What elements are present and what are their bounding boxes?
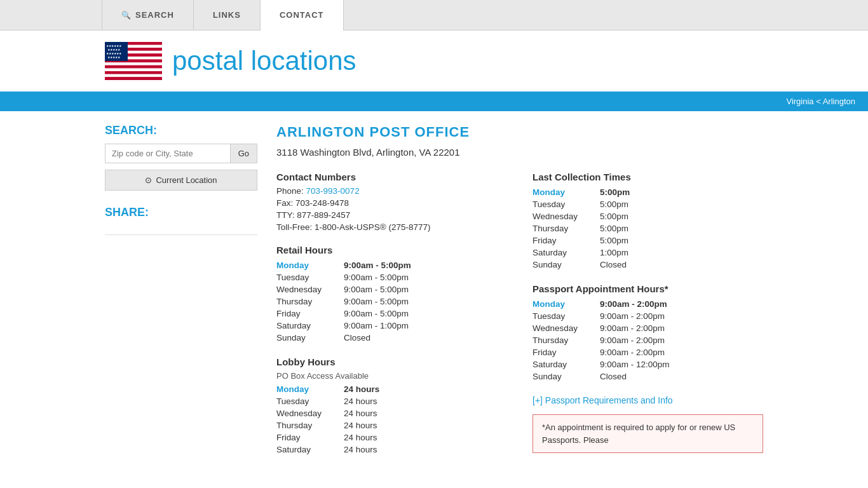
day-label: Monday: [276, 261, 334, 270]
lobby-hours-section: Lobby Hours PO Box Access Available Mond…: [276, 356, 507, 456]
day-label: Sunday: [276, 333, 334, 342]
time-value: Closed: [344, 333, 370, 342]
fax-label: Fax:: [276, 198, 293, 208]
search-box: Go: [105, 144, 257, 163]
collection-title: Last Collection Times: [532, 172, 763, 182]
retail-hours-rows: Monday9:00am - 5:00pmTuesday9:00am - 5:0…: [276, 259, 507, 344]
tollfree-row: Toll-Free: 1-800-Ask-USPS® (275-8777): [276, 222, 507, 232]
info-left: Contact Numbers Phone: 703-993-0072 Fax:…: [276, 172, 507, 468]
day-label: Saturday: [276, 321, 334, 330]
lobby-hours-rows: Monday24 hoursTuesday24 hoursWednesday24…: [276, 383, 507, 456]
day-label: Thursday: [532, 336, 590, 345]
time-value: 9:00am - 12:00pm: [600, 360, 670, 369]
fax-row: Fax: 703-248-9478: [276, 198, 507, 208]
time-value: 24 hours: [344, 409, 377, 418]
search-input[interactable]: [105, 144, 231, 163]
current-location-button[interactable]: ⊙ Current Location: [105, 170, 257, 191]
fax-value: 703-248-9478: [295, 198, 349, 208]
table-row: Wednesday9:00am - 5:00pm: [276, 283, 507, 295]
table-row: Saturday9:00am - 1:00pm: [276, 320, 507, 332]
time-value: 1:00pm: [600, 248, 628, 257]
time-value: 24 hours: [344, 396, 377, 406]
table-row: Tuesday9:00am - 5:00pm: [276, 271, 507, 283]
time-value: 24 hours: [344, 421, 377, 430]
table-row: Tuesday9:00am - 2:00pm: [532, 310, 763, 322]
day-label: Friday: [532, 348, 590, 357]
tty-row: TTY: 877-889-2457: [276, 210, 507, 220]
share-section-title: SHARE:: [105, 206, 257, 219]
time-value: 9:00am - 2:00pm: [600, 336, 665, 345]
time-value: 9:00am - 1:00pm: [344, 321, 409, 330]
time-value: Closed: [600, 260, 627, 269]
time-value: 9:00am - 5:00pm: [344, 261, 411, 270]
nav-search[interactable]: 🔍 SEARCH: [102, 0, 194, 30]
day-label: Saturday: [532, 248, 590, 257]
nav-contact[interactable]: CONTACT: [261, 0, 344, 30]
search-icon: 🔍: [121, 11, 132, 20]
day-label: Tuesday: [532, 311, 590, 321]
phone-link[interactable]: 703-993-0072: [306, 186, 360, 196]
time-value: Closed: [600, 372, 627, 381]
time-value: 5:00pm: [600, 236, 628, 245]
day-label: Tuesday: [276, 396, 334, 406]
current-location-label: Current Location: [156, 175, 217, 185]
tollfree-label: Toll-Free:: [276, 222, 312, 232]
contact-title: Contact Numbers: [276, 172, 507, 182]
table-row: Wednesday9:00am - 2:00pm: [532, 322, 763, 334]
page-title: ARLINGTON POST OFFICE: [276, 124, 763, 140]
day-label: Wednesday: [532, 323, 590, 333]
sidebar-divider: [105, 234, 257, 235]
phone-label: Phone:: [276, 186, 304, 196]
day-label: Saturday: [276, 445, 334, 454]
top-nav: 🔍 SEARCH LINKS CONTACT: [0, 0, 868, 30]
table-row: Friday24 hours: [276, 431, 507, 444]
day-label: Saturday: [532, 360, 590, 369]
tty-label: TTY:: [276, 210, 295, 220]
contact-section: Contact Numbers Phone: 703-993-0072 Fax:…: [276, 172, 507, 232]
table-row: SundayClosed: [532, 370, 763, 383]
time-value: 24 hours: [344, 433, 377, 442]
passport-section: Passport Appointment Hours* Monday9:00am…: [532, 283, 763, 383]
phone-row: Phone: 703-993-0072: [276, 186, 507, 196]
passport-notice-text: *An appointment is required to apply for…: [542, 423, 735, 445]
passport-notice: *An appointment is required to apply for…: [532, 414, 763, 453]
svg-rect-9: [105, 68, 162, 71]
table-row: Wednesday5:00pm: [532, 210, 763, 222]
day-label: Friday: [276, 309, 334, 318]
table-row: SundayClosed: [532, 259, 763, 271]
day-label: Wednesday: [276, 409, 334, 418]
location-icon: ⊙: [145, 175, 152, 185]
office-address: 3118 Washington Blvd, Arlington, VA 2220…: [276, 147, 763, 158]
time-value: 5:00pm: [600, 200, 628, 209]
svg-rect-11: [105, 74, 162, 78]
day-label: Tuesday: [532, 200, 590, 209]
passport-title: Passport Appointment Hours*: [532, 283, 763, 294]
passport-requirements-link[interactable]: [+] Passport Requirements and Info: [532, 395, 763, 405]
lobby-hours-title: Lobby Hours: [276, 356, 507, 367]
info-columns: Contact Numbers Phone: 703-993-0072 Fax:…: [276, 172, 763, 468]
table-row: Monday9:00am - 5:00pm: [276, 259, 507, 271]
logo-text: postal locations: [172, 46, 356, 76]
svg-text:★★★★★: ★★★★★: [107, 55, 121, 59]
site-header: ★★★★★★ ★★★★★ ★★★★★★ ★★★★★ postal locatio…: [0, 30, 868, 92]
logo-plain: postal: [172, 46, 251, 76]
table-row: Thursday24 hours: [276, 419, 507, 431]
day-label: Friday: [532, 236, 590, 245]
time-value: 24 hours: [344, 445, 377, 454]
day-label: Sunday: [532, 260, 590, 269]
time-value: 9:00am - 2:00pm: [600, 323, 665, 333]
svg-rect-8: [105, 65, 162, 69]
day-label: Monday: [532, 187, 590, 197]
svg-rect-12: [105, 77, 162, 80]
search-go-button[interactable]: Go: [231, 144, 257, 163]
tty-value: 877-889-2457: [297, 210, 350, 220]
retail-hours-title: Retail Hours: [276, 245, 507, 255]
table-row: Monday9:00am - 2:00pm: [532, 298, 763, 310]
day-label: Monday: [532, 299, 590, 309]
time-value: 9:00am - 2:00pm: [600, 311, 665, 321]
nav-links[interactable]: LINKS: [194, 0, 261, 30]
info-right: Last Collection Times Monday5:00pmTuesda…: [532, 172, 763, 468]
tollfree-value: 1-800-Ask-USPS® (275-8777): [315, 222, 431, 232]
time-value: 9:00am - 5:00pm: [344, 285, 409, 294]
table-row: Friday9:00am - 2:00pm: [532, 346, 763, 358]
